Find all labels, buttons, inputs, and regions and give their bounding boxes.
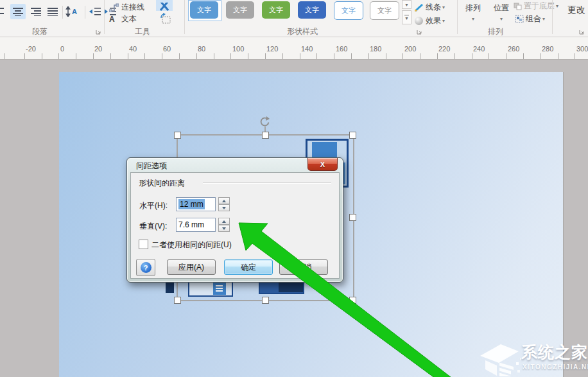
section-title: 形状间的距离 (139, 178, 185, 189)
selection-handle-top-left[interactable] (174, 132, 181, 139)
spacing-options-dialog: 间距选项 X 形状间的距离 水平(H): 12 mm 垂直(V): 7.6 mm (126, 157, 343, 283)
ruler-ticks (0, 53, 588, 59)
section-separator (203, 182, 331, 184)
flowchart-shape-fragment[interactable] (166, 283, 174, 293)
chevron-down-icon: ▾ (542, 16, 545, 22)
style-chip-gray-outline[interactable]: 文字 (370, 1, 399, 20)
ruler-label: 40 (129, 45, 137, 53)
ribbon: A 段落 连接线 A 文本 (0, 0, 588, 37)
horizontal-input[interactable]: 12 mm (176, 197, 216, 211)
gallery-more-icon[interactable]: ▼ (402, 10, 411, 24)
horizontal-label: 水平(H): (139, 200, 168, 211)
chevron-down-icon: ▾ (442, 4, 445, 10)
free-rotate-tool[interactable] (157, 12, 172, 28)
line-spacing-icon[interactable]: A (65, 4, 83, 19)
connector-icon (109, 3, 119, 12)
style-chip-blue[interactable]: 文字 (190, 1, 218, 19)
vertical-label: 垂直(V): (139, 221, 167, 232)
ruler-label: 200 (404, 45, 416, 53)
style-chip-blue-outline[interactable]: 文字 (334, 1, 363, 20)
divider (104, 0, 105, 34)
arrange-button-label: 排列 (465, 3, 481, 12)
chevron-down-icon: ▾ (460, 16, 487, 22)
ruler-label: 240 (473, 45, 485, 53)
align-center-icon[interactable] (10, 4, 26, 19)
connector-label: 连接线 (121, 2, 144, 13)
selection-handle-mid-right[interactable] (349, 214, 356, 221)
visio-window: A 段落 连接线 A 文本 (0, 0, 588, 377)
pointer-tool[interactable] (156, 0, 173, 11)
align-left-icon[interactable] (0, 4, 6, 19)
spinner-up-icon[interactable] (218, 218, 230, 225)
divider (62, 6, 63, 19)
ruler-label: -20 (26, 45, 36, 53)
cancel-button[interactable]: 取消 (279, 259, 328, 275)
ruler-label: 0 (60, 45, 64, 53)
arrange-group-label: 排列 (480, 26, 511, 37)
selection-handle-bottom-left[interactable] (174, 297, 181, 304)
ruler-label: 280 (542, 45, 553, 53)
group-button[interactable]: 组合 ▾ (515, 13, 545, 24)
divider (552, 0, 553, 34)
horizontal-value: 12 mm (178, 199, 205, 209)
arrange-dialog-launcher-icon[interactable] (578, 27, 585, 34)
group-icon (515, 15, 524, 23)
gallery-scroll: ▼ ▼ (402, 0, 411, 24)
apply-button-label: 应用(A) (178, 262, 204, 273)
text-tool[interactable]: A 文本 (109, 13, 137, 24)
ruler-label: 220 (438, 45, 450, 53)
ruler-label: 260 (508, 45, 519, 53)
close-icon: X (320, 161, 325, 168)
send-to-back-label: 置于底层 (524, 1, 555, 12)
selection-handle-top-center[interactable] (262, 132, 269, 139)
line-button[interactable]: 线条 ▾ (415, 2, 445, 13)
selection-handle-top-right[interactable] (349, 132, 356, 139)
text-tool-icon: A (109, 15, 119, 24)
style-chip-gray[interactable]: 文字 (226, 1, 254, 19)
connector-tool[interactable]: 连接线 (109, 2, 144, 13)
effects-button[interactable]: 效果 ▾ (415, 15, 445, 26)
style-chip-green[interactable]: 文字 (262, 1, 290, 19)
help-icon: ? (141, 262, 151, 273)
ruler-label: 300 (576, 45, 588, 53)
chevron-down-icon: ▾ (556, 3, 558, 9)
paragraph-group-label: 段落 (24, 26, 55, 37)
same-spacing-label: 二者使用相同的间距(U) (151, 240, 232, 250)
group-label: 组合 (526, 13, 541, 24)
watermark-title: 系统之家 (521, 342, 588, 363)
horizontal-spinner[interactable] (218, 197, 230, 211)
spinner-down-icon[interactable] (218, 204, 230, 211)
tools-group-label: 工具 (127, 26, 158, 37)
change-button[interactable]: 更改 (567, 4, 585, 16)
ok-button[interactable]: 确定 (224, 259, 273, 275)
style-chip-dark-blue[interactable]: 文字 (298, 1, 326, 19)
justify-icon[interactable] (45, 4, 60, 19)
spinner-down-icon[interactable] (218, 225, 230, 232)
cancel-button-label: 取消 (296, 262, 311, 273)
gallery-scroll-down-icon[interactable]: ▼ (402, 0, 411, 9)
dialog-title: 间距选项 (136, 161, 167, 171)
arrange-button[interactable]: 排列 ▾ (460, 1, 487, 22)
text-tool-label: 文本 (121, 13, 137, 24)
selection-handle-bottom-center[interactable] (262, 297, 269, 304)
svg-text:A: A (72, 8, 77, 15)
shape-styles-dialog-launcher-icon[interactable] (416, 27, 423, 34)
ruler-label: 20 (94, 45, 102, 53)
position-button[interactable]: 位置 ▾ (488, 1, 515, 22)
watermark-subtitle: XITONGZHIJIA.NET (523, 364, 588, 371)
help-button[interactable]: ? (136, 259, 155, 276)
horizontal-ruler: -20 0 20 40 60 80 100 120 140 160 180 20… (0, 37, 588, 60)
spinner-up-icon[interactable] (218, 197, 230, 204)
same-spacing-checkbox[interactable] (139, 240, 148, 249)
rotation-handle[interactable] (259, 116, 270, 130)
decrease-indent-icon[interactable] (87, 4, 103, 19)
close-button[interactable]: X (307, 158, 338, 171)
vertical-spinner[interactable] (218, 218, 230, 232)
vertical-input[interactable]: 7.6 mm (176, 218, 216, 232)
watermark-logo-icon (480, 340, 521, 376)
paragraph-dialog-launcher-icon[interactable] (95, 27, 102, 34)
chevron-down-icon: ▾ (442, 18, 445, 24)
apply-button[interactable]: 应用(A) (167, 259, 216, 275)
align-right-icon[interactable] (28, 4, 44, 19)
selection-handle-bottom-right[interactable] (349, 297, 356, 304)
